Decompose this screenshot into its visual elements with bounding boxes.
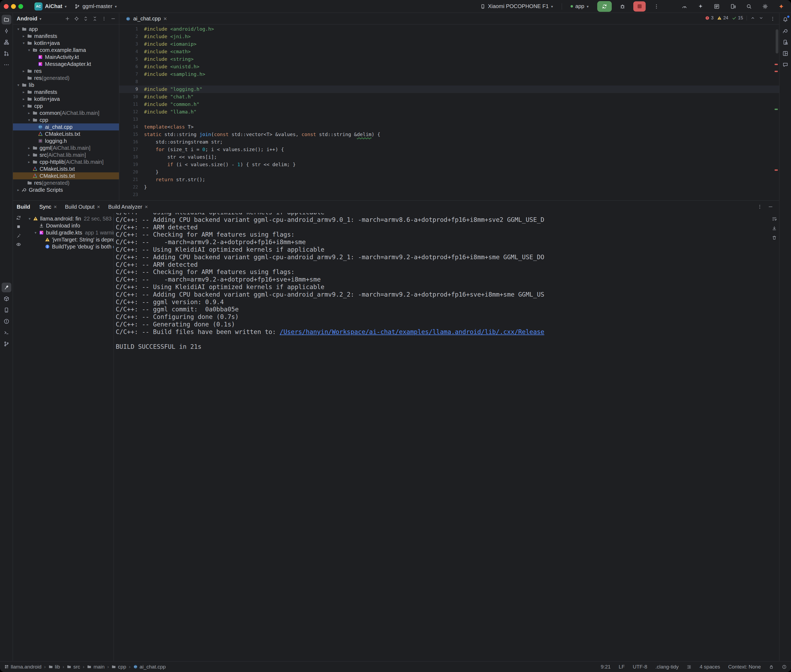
chevron-down-icon[interactable]: ▾ (40, 17, 42, 21)
clang-tidy-widget[interactable]: .clang-tidy (655, 664, 679, 670)
project-view-mode[interactable]: Android (17, 16, 37, 22)
locate-icon[interactable] (74, 16, 79, 21)
settings-icon[interactable] (761, 2, 770, 11)
inspections-widget[interactable]: 3 24 15 (705, 15, 764, 21)
tree-item-messageadapter-kt[interactable]: MessageAdapter.kt (13, 61, 119, 67)
build-icon[interactable] (2, 283, 11, 292)
code-line-14[interactable]: 14template<class T> (119, 123, 779, 131)
chevron-down-icon[interactable]: ▾ (21, 104, 26, 108)
close-tab-icon[interactable]: × (145, 204, 148, 210)
chevron-right-icon[interactable]: ▸ (21, 69, 26, 73)
tree-item-ai-chat-cpp[interactable]: C+ai_chat.cpp (13, 123, 119, 130)
indent-size-widget[interactable]: 4 spaces (700, 664, 720, 670)
terminal-icon[interactable] (2, 328, 11, 338)
code-line-4[interactable]: 4#include <cmath> (119, 48, 779, 55)
tree-item-kotlin-java[interactable]: ▾kotlin+java (13, 40, 119, 46)
tree-item-cpp[interactable]: ▾cpp (13, 102, 119, 109)
chevron-down-icon[interactable]: ▾ (21, 41, 26, 45)
chevron-right-icon[interactable]: ▸ (16, 188, 21, 192)
code-line-2[interactable]: 2#include <jni.h> (119, 33, 779, 40)
editor-scrollbar[interactable] (776, 29, 778, 53)
scroll-to-end-icon[interactable] (772, 226, 777, 231)
profiler-icon[interactable] (680, 2, 689, 11)
indent-icon[interactable] (687, 664, 692, 669)
tree-item-build-gradle-kts[interactable]: ▾build.gradle.ktsapp 1 warning (24, 229, 114, 236)
vcs-stripe-mark[interactable] (775, 109, 778, 110)
code-line-23[interactable]: 23 (119, 191, 779, 198)
chevron-down-icon[interactable]: ▾ (26, 48, 32, 52)
soft-wrap-icon[interactable] (772, 216, 777, 222)
editor-code[interactable]: 1#include <android/log.h>2#include <jni.… (119, 25, 779, 200)
device-explorer-icon[interactable] (780, 37, 790, 47)
tree-item-gradle-scripts[interactable]: ▸Gradle Scripts (13, 186, 119, 194)
tree-item-cmakelists-txt[interactable]: CMakeLists.txt (13, 165, 119, 172)
error-stripe-mark[interactable] (775, 170, 778, 171)
chevron-down-icon[interactable]: ▾ (16, 27, 21, 31)
tree-item-mainactivity-kt[interactable]: MainActivity.kt (13, 53, 119, 61)
editor-tab-ai-chat-cpp[interactable]: C+ ai_chat.cpp × (121, 13, 171, 24)
tab-sync[interactable]: Sync × (36, 202, 60, 212)
problems-icon[interactable] (2, 317, 11, 326)
code-line-6[interactable]: 6#include <unistd.h> (119, 63, 779, 70)
tree-item-res[interactable]: ▸res (13, 67, 119, 75)
run-configuration-selector[interactable]: app ▾ (568, 2, 591, 11)
code-line-1[interactable]: 1#include <android/log.h> (119, 25, 779, 33)
tree-item-kotlin-java[interactable]: ▸kotlin+java (13, 96, 119, 102)
chevron-right-icon[interactable]: ▸ (21, 97, 26, 101)
pull-requests-icon[interactable] (2, 49, 11, 58)
passed-count[interactable]: 15 (732, 15, 743, 21)
build-tree[interactable]: ▾llama.android: fin22 sec, 583 msDownloa… (24, 215, 114, 250)
code-line-17[interactable]: 17 for (size_t i = 0; i < values.size();… (119, 146, 779, 153)
device-manager-icon[interactable] (2, 305, 11, 315)
previous-problem-button[interactable] (750, 16, 755, 21)
tree-item-buildtype-debug-is-both-de[interactable]: BuildType 'debug' is both de (24, 243, 114, 250)
chevron-down-icon[interactable]: ▾ (26, 118, 32, 122)
tree-item-llama-android-fin[interactable]: ▾llama.android: fin22 sec, 583 ms (24, 215, 114, 222)
project-tree[interactable]: ▾app▸manifests▾kotlin+java▾com.example.l… (13, 24, 119, 194)
code-line-19[interactable]: 19 if (i < values.size() - 1) { str << d… (119, 161, 779, 168)
error-stripe-mark[interactable] (775, 71, 778, 72)
context-widget[interactable]: Context: None (728, 664, 761, 670)
editor-options-button[interactable] (770, 16, 779, 21)
notifications-icon[interactable] (780, 15, 790, 24)
app-quality-insights-icon[interactable] (780, 60, 790, 70)
chevron-right-icon[interactable]: ▸ (26, 153, 32, 157)
code-line-13[interactable]: 13 (119, 116, 779, 123)
tree-item-cpp[interactable]: ▾cpp (13, 117, 119, 123)
tree-item-src[interactable]: ▸src [AiChat.lib.main] (13, 151, 119, 158)
close-tab-icon[interactable]: × (97, 204, 100, 210)
code-line-15[interactable]: 15static std::string join(const std::vec… (119, 131, 779, 138)
device-selector[interactable]: Xiaomi POCOPHONE F1 ▾ (477, 2, 556, 11)
clear-all-icon[interactable] (772, 235, 777, 240)
tree-item-com-example-llama[interactable]: ▾com.example.llama (13, 46, 119, 53)
code-line-16[interactable]: 16 std::ostringstream str; (119, 138, 779, 146)
breadcrumb-cpp[interactable]: cpp (111, 664, 126, 670)
collapse-all-icon[interactable] (92, 16, 98, 21)
search-icon[interactable] (744, 2, 754, 11)
eye-icon[interactable] (16, 242, 21, 247)
encoding-widget[interactable]: UTF-8 (633, 664, 647, 670)
breadcrumb-main[interactable]: main (87, 664, 104, 670)
close-window-button[interactable] (4, 4, 9, 9)
code-line-11[interactable]: 11#include "common.h" (119, 101, 779, 108)
sync-icon[interactable] (16, 215, 21, 221)
commit-icon[interactable] (2, 26, 11, 36)
dependencies-icon[interactable] (2, 294, 11, 304)
structure-icon[interactable] (2, 37, 11, 47)
zoom-window-button[interactable] (18, 4, 23, 9)
hide-icon[interactable] (111, 16, 116, 21)
project-icon[interactable] (2, 15, 11, 24)
tree-item-common[interactable]: ▸common [AiChat.lib.main] (13, 109, 119, 117)
rerun-app-button[interactable] (597, 1, 612, 12)
tree-item-cmakelists-txt[interactable]: CMakeLists.txt (13, 172, 119, 179)
device-mirroring-icon[interactable] (728, 2, 738, 11)
chevron-right-icon[interactable]: ▸ (21, 34, 26, 38)
stop-button[interactable] (633, 2, 646, 11)
more-vertical-icon[interactable] (757, 204, 762, 210)
version-control-icon[interactable] (2, 339, 11, 349)
expand-all-icon[interactable] (83, 16, 88, 21)
tree-item-res[interactable]: res (generated) (13, 75, 119, 82)
code-line-12[interactable]: 12#include "llama.h" (119, 108, 779, 116)
tree-item-cpp-httplib[interactable]: ▸cpp-httplib [AiChat.lib.main] (13, 158, 119, 165)
pin-icon[interactable] (16, 233, 21, 238)
